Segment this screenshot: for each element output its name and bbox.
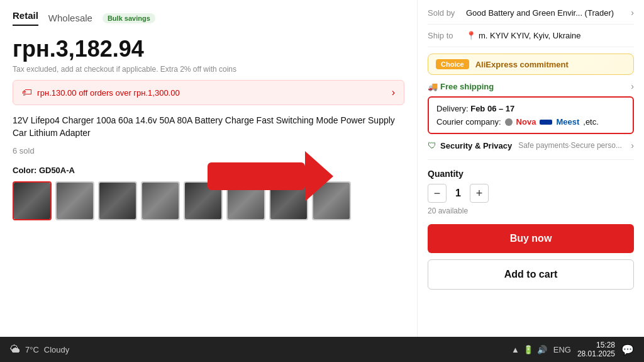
taskbar-system-icons: ▲ 🔋 🔊 [511, 345, 547, 354]
price-currency: грн. [13, 36, 56, 62]
color-label: Color: GD50A-A [13, 166, 404, 175]
product-title: 12V Lifepo4 Charger 100a 60a 14.6v 50A 8… [13, 114, 404, 140]
thumbnail-6[interactable] [226, 181, 265, 220]
thumbnail-4[interactable] [141, 181, 180, 220]
thumbnail-7[interactable] [269, 181, 308, 220]
buy-now-button[interactable]: Buy now [428, 224, 634, 253]
quantity-section: Quantity − 1 + 20 available [428, 169, 634, 215]
discount-banner[interactable]: 🏷 грн.130.00 off orders over грн.1,300.0… [13, 80, 404, 105]
taskbar-date: 28.01.2025 [577, 349, 615, 358]
network-icon: ▲ [511, 345, 519, 354]
taskbar-time-date: 15:28 28.01.2025 [577, 341, 615, 358]
quantity-increase-button[interactable]: + [470, 184, 489, 203]
ship-row: Ship to 📍m. KYIV KYIV, Kyiv, Ukraine [428, 31, 634, 47]
quantity-controls: − 1 + [428, 184, 634, 203]
taskbar: 🌥 7°C Cloudy ▲ 🔋 🔊 ENG 15:28 28.01.2025 … [0, 337, 644, 362]
choice-badge: Choice [436, 59, 469, 69]
courier-nova: Nova [516, 117, 536, 127]
location-icon: 📍 [466, 31, 476, 40]
add-to-cart-button[interactable]: Add to cart [428, 259, 634, 290]
delivery-row: Delivery: Feb 06 – 17 [436, 104, 625, 113]
meest-icon [540, 120, 552, 125]
volume-icon: 🔊 [537, 345, 547, 354]
available-text: 20 available [428, 206, 634, 215]
battery-icon: 🔋 [523, 345, 533, 354]
discount-text: грн.130.00 off orders over грн.1,300.00 [37, 88, 180, 98]
free-shipping-label: Free shipping [440, 82, 494, 91]
choice-text: AliExpress commitment [475, 60, 569, 69]
thumbnail-gallery [13, 181, 404, 220]
product-price: грн.3,182.94 [13, 36, 404, 62]
security-row[interactable]: 🛡 Security & Privacy Safe payments·Secur… [428, 140, 634, 160]
nova-icon [505, 118, 513, 126]
shield-icon: 🛡 [428, 140, 436, 150]
courier-row: Courier company: Nova Meest ,etc. [436, 117, 625, 127]
taskbar-time: 15:28 [577, 341, 615, 349]
thumbnail-1[interactable] [13, 181, 52, 220]
weather-icon: 🌥 [10, 344, 20, 355]
tab-wholesale[interactable]: Wholesale [48, 13, 92, 23]
thumbnail-2[interactable] [55, 181, 94, 220]
taskbar-condition: Cloudy [44, 345, 69, 354]
quantity-title: Quantity [428, 169, 634, 179]
security-label: Security & Privacy [440, 141, 512, 150]
ship-to-value: 📍m. KYIV KYIV, Kyiv, Ukraine [466, 31, 634, 40]
courier-meest: Meest [556, 117, 579, 127]
notification-icon: 💬 [621, 344, 634, 356]
delivery-label: Delivery: [436, 104, 469, 113]
courier-etc: ,etc. [583, 117, 599, 127]
quantity-decrease-button[interactable]: − [428, 184, 447, 203]
seller-chevron-icon[interactable]: › [631, 8, 634, 18]
delivery-box: Delivery: Feb 06 – 17 Courier company: N… [428, 96, 634, 134]
free-shipping-row[interactable]: 🚚 Free shipping › [428, 81, 634, 91]
truck-icon: 🚚 [428, 82, 438, 91]
bulk-savings-badge: Bulk savings [103, 13, 155, 23]
seller-row: Sold by Good Battery and Green Envir... … [428, 8, 634, 25]
price-subtext: Tax excluded, add at checkout if applica… [13, 65, 404, 74]
sold-count: 6 sold [13, 146, 404, 156]
discount-chevron-icon: › [392, 87, 395, 98]
security-chevron-icon: › [631, 140, 634, 150]
thumbnail-8[interactable] [312, 181, 351, 220]
taskbar-language: ENG [553, 345, 571, 354]
seller-label: Sold by [428, 8, 462, 18]
quantity-value: 1 [455, 188, 461, 199]
free-shipping-chevron-icon: › [631, 81, 634, 91]
price-amount: 3,182.94 [56, 36, 144, 62]
delivery-dates: Feb 06 – 17 [470, 104, 514, 113]
courier-label: Courier company: [436, 117, 501, 127]
tab-retail[interactable]: Retail [13, 10, 38, 26]
choice-banner: Choice AliExpress commitment [428, 54, 634, 75]
taskbar-temp: 7°C [25, 345, 39, 354]
thumbnail-5[interactable] [184, 181, 223, 220]
discount-tag-icon: 🏷 [22, 87, 32, 98]
ship-label: Ship to [428, 31, 462, 40]
thumbnail-3[interactable] [98, 181, 137, 220]
security-subtext: Safe payments·Secure perso... [518, 141, 622, 150]
seller-name[interactable]: Good Battery and Green Envir... (Trader) [466, 8, 631, 18]
